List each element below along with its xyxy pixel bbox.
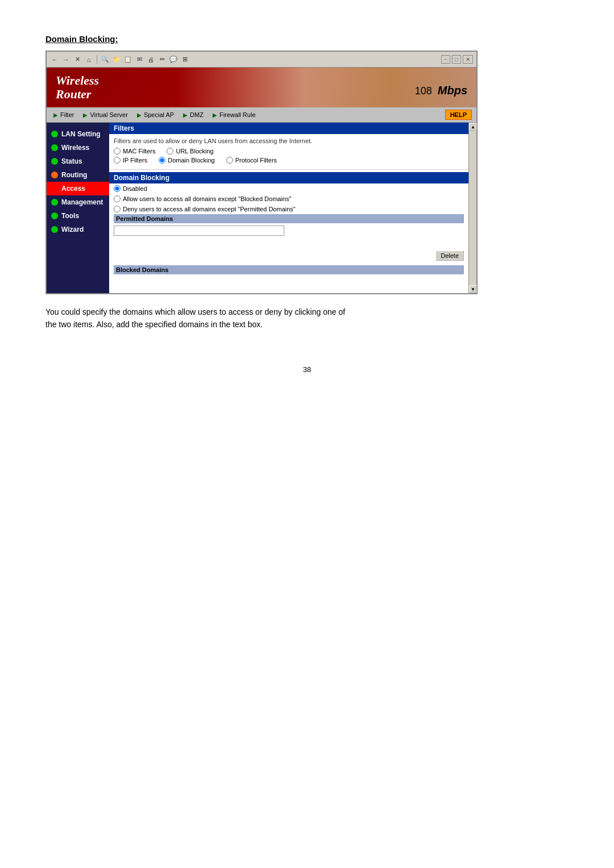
nav-tabs: ▶ Filter ▶ Virtual Server ▶ Special AP ▶… [47, 107, 476, 123]
permitted-domains-area: Delete [114, 223, 464, 263]
filters-description: Filters are used to allow or deny LAN us… [114, 137, 464, 144]
sidebar: LAN Setting Wireless Status Routing [47, 123, 109, 293]
minimize-btn[interactable]: − [441, 55, 450, 64]
home-icon[interactable]: ⌂ [84, 55, 93, 64]
sidebar-item-status[interactable]: Status [47, 155, 109, 168]
router-main-area: LAN Setting Wireless Status Routing [47, 123, 476, 293]
scroll-up-arrow[interactable]: ▲ [469, 123, 477, 131]
delete-button[interactable]: Delete [435, 251, 464, 261]
tab-filter[interactable]: ▶ Filter [51, 110, 76, 119]
dot-icon [51, 212, 58, 219]
domain-blocking-radio[interactable] [159, 157, 165, 164]
dot-icon [51, 144, 58, 151]
toolbar-separator [97, 55, 97, 64]
dot-icon [51, 199, 58, 206]
mail-icon[interactable]: ✉ [135, 55, 144, 64]
filter-row-1: MAC Filters URL Blocking [114, 148, 464, 155]
filters-section-body: Filters are used to allow or deny LAN us… [109, 134, 468, 170]
permitted-domains-input[interactable] [114, 226, 284, 236]
router-logo-section: Wireless Router [56, 74, 99, 101]
allow-option[interactable]: Allow users to access all domains except… [114, 195, 291, 202]
dot-icon [51, 226, 58, 233]
maximize-btn[interactable]: □ [452, 55, 461, 64]
dot-icon [51, 185, 58, 192]
mac-filters-radio[interactable] [114, 148, 121, 155]
dot-icon [51, 172, 58, 178]
router-interface: Wireless Router 108 Mbps ▶ Filter ▶ [47, 68, 476, 293]
browser-toolbar: ← → ✕ ⌂ 🔍 📁 📋 ✉ 🖨 ✏ 💬 ⊞ − □ ✕ [47, 52, 476, 68]
browser-window: ← → ✕ ⌂ 🔍 📁 📋 ✉ 🖨 ✏ 💬 ⊞ − □ ✕ [45, 51, 478, 294]
dot-icon [51, 131, 58, 137]
folder-icon[interactable]: 📁 [112, 55, 121, 64]
router-header: Wireless Router 108 Mbps [47, 68, 476, 107]
scroll-down-arrow[interactable]: ▼ [469, 285, 477, 293]
disabled-radio[interactable] [114, 185, 121, 192]
deny-option[interactable]: Deny users to access all domains except … [114, 206, 296, 212]
special-ap-arrow-icon: ▶ [137, 112, 142, 118]
dmz-arrow-icon: ▶ [183, 112, 188, 118]
back-icon[interactable]: ← [50, 55, 59, 64]
sidebar-item-wireless[interactable]: Wireless [47, 141, 109, 155]
tab-virtual-server[interactable]: ▶ Virtual Server [81, 110, 130, 119]
tab-firewall-rule[interactable]: ▶ Firewall Rule [210, 110, 258, 119]
deny-radio[interactable] [114, 206, 121, 212]
forward-icon[interactable]: → [61, 55, 70, 64]
dot-icon [51, 158, 58, 165]
grid-icon[interactable]: ⊞ [180, 55, 189, 64]
sidebar-item-management[interactable]: Management [47, 195, 109, 209]
filter-row-2: IP Filters Domain Blocking Protocol Filt… [114, 157, 464, 164]
scroll-thumb[interactable] [469, 131, 476, 285]
deny-option-row: Deny users to access all domains except … [109, 204, 468, 214]
description-text: You could specify the domains which allo… [45, 306, 443, 331]
sidebar-item-tools[interactable]: Tools [47, 209, 109, 223]
disabled-option[interactable]: Disabled [114, 185, 147, 192]
edit-icon[interactable]: ✏ [157, 55, 167, 64]
domain-blocking-header: Domain Blocking [109, 172, 468, 183]
search-icon[interactable]: 🔍 [101, 55, 110, 64]
router-logo: Wireless Router [56, 74, 99, 101]
sidebar-item-access[interactable]: Access [47, 182, 109, 195]
url-blocking-option[interactable]: URL Blocking [167, 148, 213, 155]
discuss-icon[interactable]: 💬 [169, 55, 178, 64]
sidebar-item-wizard[interactable]: Wizard [47, 223, 109, 236]
sidebar-item-routing[interactable]: Routing [47, 168, 109, 182]
protocol-filters-option[interactable]: Protocol Filters [226, 157, 277, 164]
scrollbar[interactable]: ▲ ▼ [468, 123, 476, 293]
allow-option-row: Allow users to access all domains except… [109, 194, 468, 204]
page-number: 38 [45, 365, 569, 374]
tab-special-ap[interactable]: ▶ Special AP [135, 110, 176, 119]
virtual-server-arrow-icon: ▶ [83, 112, 88, 118]
stop-icon[interactable]: ✕ [73, 55, 82, 64]
url-blocking-radio[interactable] [167, 148, 173, 155]
permitted-domains-section: Permitted Domains Delete Blocked Domains [109, 214, 468, 274]
disabled-option-row: Disabled [109, 183, 468, 194]
content-panel: Filters Filters are used to allow or den… [109, 123, 468, 293]
blocked-domains-header: Blocked Domains [114, 265, 464, 274]
domain-blocking-option[interactable]: Domain Blocking [159, 157, 215, 164]
router-speed-section: 108 Mbps [415, 76, 467, 99]
permitted-domains-header: Permitted Domains [114, 214, 464, 223]
help-button[interactable]: HELP [445, 110, 472, 120]
mac-filters-option[interactable]: MAC Filters [114, 148, 155, 155]
firewall-arrow-icon: ▶ [213, 112, 217, 118]
print-icon[interactable]: 🖨 [146, 55, 155, 64]
ip-filters-radio[interactable] [114, 157, 121, 164]
close-btn[interactable]: ✕ [463, 55, 473, 64]
protocol-filters-radio[interactable] [226, 157, 233, 164]
allow-radio[interactable] [114, 195, 121, 202]
ip-filters-option[interactable]: IP Filters [114, 157, 147, 164]
sidebar-item-lan-setting[interactable]: LAN Setting [47, 127, 109, 141]
domain-blocking-section: Domain Blocking Disabled Allo [109, 172, 468, 274]
header-background [47, 68, 476, 107]
tab-dmz[interactable]: ▶ DMZ [181, 110, 206, 119]
history-icon[interactable]: 📋 [123, 55, 132, 64]
router-speed: 108 Mbps [415, 76, 467, 99]
filters-section-header: Filters [109, 123, 468, 134]
filter-arrow-icon: ▶ [53, 112, 58, 118]
content-with-scrollbar: Filters Filters are used to allow or den… [109, 123, 476, 293]
page-heading: Domain Blocking: [45, 34, 569, 44]
